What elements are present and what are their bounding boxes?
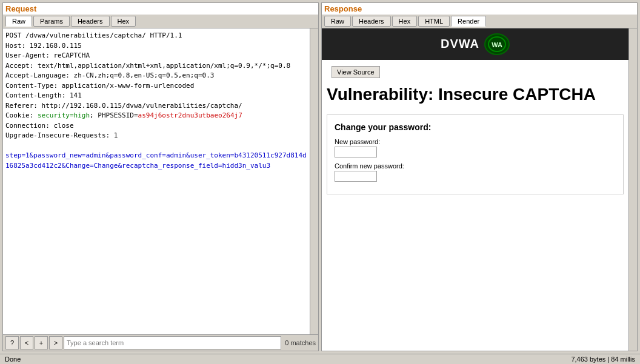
- new-password-field: New password:: [335, 138, 616, 162]
- tab-hex-response[interactable]: Hex: [392, 16, 418, 27]
- request-raw-text: POST /dvwa/vulnerabilities/captcha/ HTTP…: [5, 31, 307, 171]
- dvwa-header: DVWA WA: [322, 28, 628, 60]
- search-input[interactable]: [64, 336, 281, 349]
- status-bar: Done 7,463 bytes | 84 millis: [0, 354, 640, 364]
- request-line-1: POST /dvwa/vulnerabilities/captcha/ HTTP…: [5, 31, 290, 119]
- password-form: Change your password: New password: Conf…: [327, 114, 624, 194]
- cookie-sessid: as94j6ostr2dnu3utbaeo264j7: [138, 111, 242, 119]
- prev-button[interactable]: <: [20, 336, 33, 349]
- tab-params-request[interactable]: Params: [33, 16, 70, 27]
- tab-headers-request[interactable]: Headers: [71, 16, 110, 27]
- response-scrollbar[interactable]: [628, 28, 637, 351]
- tab-raw-request[interactable]: Raw: [5, 16, 32, 27]
- request-body: POST /dvwa/vulnerabilities/captcha/ HTTP…: [3, 28, 310, 334]
- add-button[interactable]: +: [35, 336, 48, 349]
- post-body: step=1&password_new=admin&password_conf=…: [5, 151, 307, 170]
- dvwa-logo: DVWA WA: [441, 33, 510, 55]
- help-button[interactable]: ?: [5, 336, 19, 349]
- next-button[interactable]: >: [49, 336, 62, 349]
- tab-hex-request[interactable]: Hex: [111, 16, 136, 27]
- request-line-end: Connection: close Upgrade-Insecure-Reque…: [5, 122, 118, 140]
- view-source-button[interactable]: View Source: [332, 66, 380, 78]
- request-scrollbar[interactable]: [310, 28, 318, 334]
- confirm-password-label: Confirm new password:: [335, 162, 616, 170]
- tab-render-response[interactable]: Render: [451, 16, 486, 27]
- confirm-password-field: Confirm new password:: [335, 162, 616, 187]
- view-source-container: View Source: [322, 60, 628, 84]
- cookie-security: security=high: [38, 111, 90, 119]
- render-content: DVWA WA View Source Vulnerability: Insec…: [322, 28, 628, 351]
- request-panel: Request Raw Params Headers Hex POST /dvw…: [2, 2, 319, 351]
- status-right: 7,463 bytes | 84 millis: [571, 356, 635, 363]
- confirm-password-input[interactable]: [335, 171, 377, 182]
- cookie-sep: ; PHPSESSID=: [90, 111, 138, 119]
- response-tabs: Raw Headers Hex HTML Render: [322, 15, 637, 28]
- dvwa-logo-icon: WA: [484, 33, 510, 55]
- vuln-title: Vulnerability: Insecure CAPTCHA: [322, 84, 628, 110]
- svg-text:WA: WA: [492, 41, 502, 48]
- tab-headers-response[interactable]: Headers: [352, 16, 391, 27]
- request-tabs: Raw Params Headers Hex: [3, 15, 318, 28]
- response-title: Response: [322, 3, 637, 15]
- response-panel: Response Raw Headers Hex HTML Render DVW…: [321, 2, 638, 351]
- tab-html-response[interactable]: HTML: [418, 16, 450, 27]
- dvwa-logo-text: DVWA: [441, 37, 479, 50]
- new-password-input[interactable]: [335, 147, 377, 157]
- form-heading: Change your password:: [335, 122, 616, 132]
- new-password-label: New password:: [335, 138, 616, 145]
- request-title: Request: [3, 3, 318, 15]
- request-search-bar: ? < + > 0 matches: [3, 334, 318, 351]
- match-count: 0 matches: [285, 339, 316, 346]
- status-left: Done: [5, 356, 21, 363]
- tab-raw-response[interactable]: Raw: [324, 16, 351, 27]
